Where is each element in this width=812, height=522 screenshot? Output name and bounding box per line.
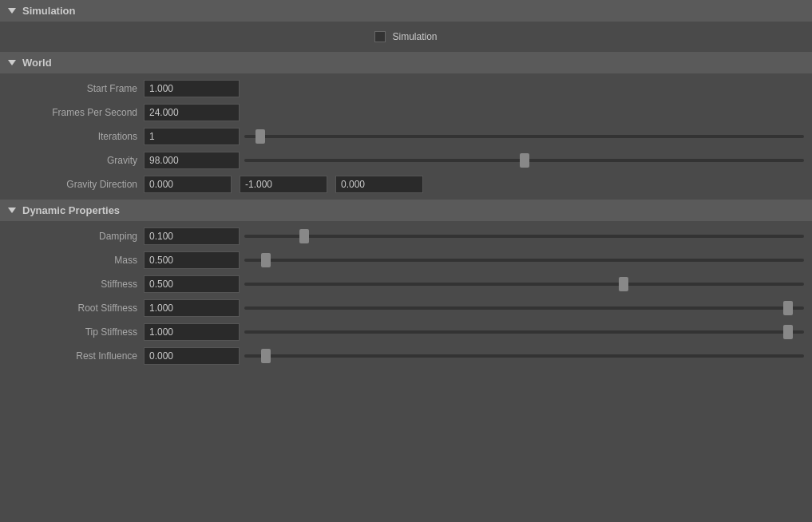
mass-slider-container bbox=[244, 252, 804, 268]
simulation-collapse-arrow[interactable] bbox=[8, 8, 16, 14]
iterations-input[interactable] bbox=[144, 128, 240, 145]
world-collapse-arrow[interactable] bbox=[8, 60, 16, 65]
mass-row: Mass bbox=[0, 248, 812, 272]
rest-influence-input[interactable] bbox=[144, 347, 240, 365]
damping-slider-container bbox=[244, 228, 804, 244]
root-stiffness-row: Root Stiffness bbox=[0, 296, 812, 320]
rest-influence-slider-container bbox=[244, 348, 804, 364]
start-frame-row: Start Frame bbox=[0, 77, 812, 101]
start-frame-input[interactable] bbox=[144, 80, 240, 97]
simulation-content: Simulation bbox=[0, 22, 812, 52]
mass-slider[interactable] bbox=[244, 259, 804, 262]
fps-label: Frames Per Second bbox=[8, 107, 144, 118]
iterations-slider[interactable] bbox=[244, 135, 804, 138]
tip-stiffness-slider[interactable] bbox=[244, 330, 804, 334]
stiffness-slider[interactable] bbox=[244, 283, 804, 286]
gravity-direction-y[interactable] bbox=[240, 176, 327, 193]
dynamic-properties-header[interactable]: Dynamic Properties bbox=[0, 200, 812, 221]
gravity-slider[interactable] bbox=[244, 159, 804, 162]
iterations-label: Iterations bbox=[8, 131, 144, 142]
dynamic-properties-content: Damping Mass Stiffness Root Stiffness bbox=[0, 221, 812, 371]
gravity-direction-label: Gravity Direction bbox=[8, 179, 144, 190]
simulation-title: Simulation bbox=[22, 5, 75, 17]
damping-input[interactable] bbox=[144, 227, 240, 245]
world-header[interactable]: World bbox=[0, 52, 812, 73]
simulation-header[interactable]: Simulation bbox=[0, 0, 812, 22]
mass-input[interactable] bbox=[144, 251, 240, 269]
simulation-checkbox[interactable] bbox=[374, 31, 386, 42]
stiffness-row: Stiffness bbox=[0, 272, 812, 296]
simulation-panel: Simulation Simulation World Start Frame … bbox=[0, 0, 812, 371]
tip-stiffness-row: Tip Stiffness bbox=[0, 320, 812, 344]
iterations-slider-container bbox=[244, 129, 804, 144]
damping-label: Damping bbox=[8, 231, 144, 242]
mass-label: Mass bbox=[8, 255, 144, 266]
tip-stiffness-input[interactable] bbox=[144, 323, 240, 341]
simulation-checkbox-label: Simulation bbox=[392, 31, 437, 42]
start-frame-label: Start Frame bbox=[8, 83, 144, 94]
fps-row: Frames Per Second bbox=[0, 101, 812, 125]
fps-input[interactable] bbox=[144, 104, 240, 121]
simulation-checkbox-row: Simulation bbox=[0, 25, 812, 49]
gravity-input[interactable] bbox=[144, 152, 240, 169]
tip-stiffness-slider-container bbox=[244, 324, 804, 340]
world-title: World bbox=[22, 57, 52, 69]
tip-stiffness-label: Tip Stiffness bbox=[8, 326, 144, 338]
gravity-direction-x[interactable] bbox=[144, 176, 232, 193]
gravity-direction-z[interactable] bbox=[335, 176, 423, 193]
rest-influence-row: Rest Influence bbox=[0, 344, 812, 368]
damping-slider[interactable] bbox=[244, 235, 804, 238]
rest-influence-slider[interactable] bbox=[244, 354, 804, 358]
root-stiffness-label: Root Stiffness bbox=[8, 303, 144, 314]
damping-row: Damping bbox=[0, 224, 812, 248]
gravity-label: Gravity bbox=[8, 155, 144, 166]
stiffness-label: Stiffness bbox=[8, 279, 144, 290]
gravity-slider-container bbox=[244, 152, 804, 168]
rest-influence-label: Rest Influence bbox=[8, 350, 144, 362]
iterations-row: Iterations bbox=[0, 125, 812, 148]
gravity-direction-row: Gravity Direction bbox=[0, 172, 812, 196]
dynamic-properties-collapse-arrow[interactable] bbox=[8, 208, 16, 213]
stiffness-slider-container bbox=[244, 276, 804, 292]
root-stiffness-input[interactable] bbox=[144, 299, 240, 317]
gravity-row: Gravity bbox=[0, 148, 812, 172]
root-stiffness-slider-container bbox=[244, 300, 804, 316]
root-stiffness-slider[interactable] bbox=[244, 306, 804, 310]
gravity-direction-inputs bbox=[144, 176, 428, 193]
dynamic-properties-title: Dynamic Properties bbox=[22, 204, 120, 216]
world-content: Start Frame Frames Per Second Iterations… bbox=[0, 73, 812, 200]
stiffness-input[interactable] bbox=[144, 275, 240, 293]
